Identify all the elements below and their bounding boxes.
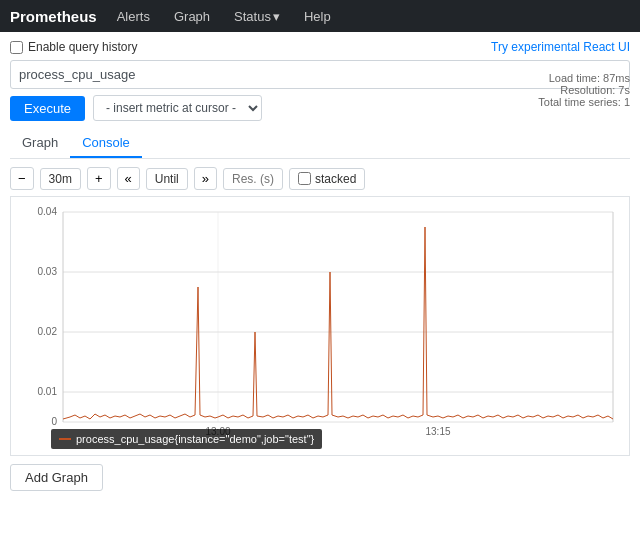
svg-text:0.03: 0.03	[38, 266, 58, 277]
stat-load-time: Load time: 87ms	[538, 72, 630, 84]
navbar-item-help[interactable]: Help	[300, 9, 335, 24]
tabs: Graph Console	[10, 129, 630, 159]
chart-container: 0.04 0.03 0.02 0.01 0 13:00 13:15	[10, 196, 630, 456]
time-back-button[interactable]: «	[117, 167, 140, 190]
svg-text:0.04: 0.04	[38, 206, 58, 217]
stats-panel: Load time: 87ms Resolution: 7s Total tim…	[538, 72, 630, 108]
duration-increase-button[interactable]: +	[87, 167, 111, 190]
svg-text:0.01: 0.01	[38, 386, 58, 397]
execute-row: Execute - insert metric at cursor -	[10, 95, 630, 121]
duration-decrease-button[interactable]: −	[10, 167, 34, 190]
tab-console[interactable]: Console	[70, 129, 142, 158]
navbar: Prometheus Alerts Graph Status ▾ Help	[0, 0, 640, 32]
navbar-item-status[interactable]: Status ▾	[230, 9, 284, 24]
until-label: Until	[146, 168, 188, 190]
legend: process_cpu_usage{instance="demo",job="t…	[51, 429, 322, 449]
stacked-checkbox[interactable]	[298, 172, 311, 185]
stat-resolution: Resolution: 7s	[538, 84, 630, 96]
navbar-item-graph[interactable]: Graph	[170, 9, 214, 24]
svg-text:0.02: 0.02	[38, 326, 58, 337]
insert-metric-select[interactable]: - insert metric at cursor -	[93, 95, 262, 121]
add-graph-button[interactable]: Add Graph	[10, 464, 103, 491]
tab-graph[interactable]: Graph	[10, 129, 70, 158]
navbar-brand[interactable]: Prometheus	[10, 8, 97, 25]
chevron-down-icon: ▾	[273, 9, 280, 24]
query-history-label[interactable]: Enable query history	[10, 40, 137, 54]
navbar-item-alerts[interactable]: Alerts	[113, 9, 154, 24]
try-react-link[interactable]: Try experimental React UI	[491, 40, 630, 54]
duration-display: 30m	[40, 168, 81, 190]
query-input[interactable]	[10, 60, 630, 89]
chart-svg: 0.04 0.03 0.02 0.01 0 13:00 13:15	[11, 197, 629, 437]
controls-row: − 30m + « Until » stacked	[10, 167, 630, 190]
legend-color	[59, 438, 71, 440]
stacked-checkbox-label[interactable]: stacked	[289, 168, 365, 190]
stat-total-series: Total time series: 1	[538, 96, 630, 108]
time-forward-button[interactable]: »	[194, 167, 217, 190]
resolution-input[interactable]	[223, 168, 283, 190]
legend-label: process_cpu_usage{instance="demo",job="t…	[76, 433, 314, 445]
svg-text:0: 0	[51, 416, 57, 427]
query-history-row: Enable query history Try experimental Re…	[10, 40, 630, 54]
svg-text:13:15: 13:15	[425, 426, 450, 437]
query-history-checkbox[interactable]	[10, 41, 23, 54]
execute-button[interactable]: Execute	[10, 96, 85, 121]
